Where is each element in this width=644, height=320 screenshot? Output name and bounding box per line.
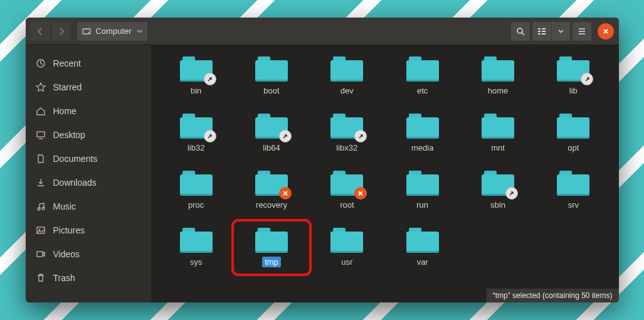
location-button[interactable]: Computer <box>77 22 147 41</box>
folder-item-media[interactable]: media <box>388 110 458 157</box>
folder-icon <box>180 114 213 139</box>
svg-rect-0 <box>83 29 90 34</box>
folder-icon <box>406 56 439 82</box>
folder-label: bin <box>188 85 204 96</box>
folder-item-libx32[interactable]: libx32 <box>312 110 382 157</box>
symlink-badge-icon <box>581 73 593 85</box>
trash-icon <box>36 273 46 283</box>
content-pane[interactable]: binbootdevetchomeliblib32lib64libx32medi… <box>151 45 619 302</box>
folder-icon <box>255 171 288 196</box>
sidebar-item-videos[interactable]: Videos <box>26 242 151 266</box>
folder-label: lib64 <box>260 142 282 153</box>
view-mode-button[interactable] <box>532 22 551 41</box>
folder-icon <box>406 228 439 253</box>
sidebar-item-desktop[interactable]: Desktop <box>26 123 151 147</box>
search-button[interactable] <box>511 22 530 41</box>
sidebar-item-trash[interactable]: Trash <box>26 266 151 290</box>
folder-label: usr <box>339 257 355 267</box>
folder-icon <box>180 171 213 196</box>
folder-icon <box>330 171 363 196</box>
svg-rect-7 <box>542 28 546 29</box>
folder-label: media <box>409 142 436 153</box>
sidebar-item-label: Downloads <box>53 178 97 188</box>
folder-item-mnt[interactable]: mnt <box>463 110 533 157</box>
no-access-badge-icon <box>354 187 367 200</box>
folder-label: libx32 <box>334 142 360 153</box>
view-options-button[interactable] <box>551 22 570 41</box>
music-icon <box>36 201 46 211</box>
recent-icon <box>36 58 46 68</box>
symlink-badge-icon <box>204 130 216 142</box>
sidebar-item-documents[interactable]: Documents <box>26 147 151 171</box>
folder-item-lib[interactable]: lib <box>538 53 608 100</box>
sidebar-item-label: Documents <box>53 154 98 164</box>
folder-icon <box>406 171 439 196</box>
close-icon <box>603 28 609 35</box>
folder-label: boot <box>261 85 282 96</box>
symlink-badge-icon <box>204 73 216 85</box>
list-view-icon <box>537 27 546 36</box>
svg-rect-9 <box>542 33 546 35</box>
sidebar-item-label: Home <box>53 106 77 116</box>
svg-rect-22 <box>37 252 43 257</box>
folder-item-sys[interactable]: sys <box>161 224 231 271</box>
folder-label: var <box>414 257 431 267</box>
chevron-down-icon <box>137 28 142 34</box>
sidebar-item-label: Recent <box>53 58 81 68</box>
folder-item-var[interactable]: var <box>388 224 458 271</box>
symlink-badge-icon <box>354 130 367 142</box>
folder-item-etc[interactable]: etc <box>388 53 458 100</box>
svg-point-18 <box>38 208 40 210</box>
folder-icon <box>406 114 439 139</box>
videos-icon <box>36 249 46 259</box>
sidebar-item-label: Music <box>53 201 77 211</box>
folder-label: sys <box>187 257 205 267</box>
folder-item-lib32[interactable]: lib32 <box>161 110 231 157</box>
folder-item-sbin[interactable]: sbin <box>463 167 533 214</box>
folder-item-recovery[interactable]: recovery <box>236 167 307 214</box>
nav-back-button[interactable] <box>31 22 50 41</box>
folder-icon <box>330 228 363 253</box>
svg-point-1 <box>88 32 89 33</box>
downloads-icon <box>36 178 46 188</box>
sidebar-item-label: Trash <box>53 273 75 283</box>
svg-rect-8 <box>542 31 546 32</box>
folder-item-opt[interactable]: opt <box>538 110 608 157</box>
sidebar-item-label: Pictures <box>53 225 85 235</box>
nav-forward-button[interactable] <box>52 22 71 41</box>
folder-label: etc <box>414 85 430 96</box>
svg-rect-4 <box>538 28 541 29</box>
desktop-icon <box>36 130 46 140</box>
sidebar: RecentStarredHomeDesktopDocumentsDownloa… <box>26 45 151 302</box>
menu-icon <box>578 27 586 36</box>
folder-item-proc[interactable]: proc <box>161 167 231 214</box>
folder-item-usr[interactable]: usr <box>312 224 382 271</box>
sidebar-item-downloads[interactable]: Downloads <box>26 171 151 195</box>
location-label: Computer <box>96 26 132 36</box>
svg-rect-6 <box>538 33 541 35</box>
sidebar-item-recent[interactable]: Recent <box>26 51 151 75</box>
folder-item-dev[interactable]: dev <box>312 53 382 100</box>
window-close-button[interactable] <box>598 23 614 40</box>
folder-item-root[interactable]: root <box>312 167 382 214</box>
hamburger-menu-button[interactable] <box>573 22 591 41</box>
folder-item-run[interactable]: run <box>388 167 458 214</box>
folder-item-srv[interactable]: srv <box>538 167 608 214</box>
svg-rect-16 <box>37 132 45 137</box>
sidebar-item-music[interactable]: Music <box>26 195 151 218</box>
sidebar-item-label: Desktop <box>53 130 85 140</box>
pictures-icon <box>36 225 46 235</box>
sidebar-item-pictures[interactable]: Pictures <box>26 218 151 242</box>
folder-item-tmp[interactable]: tmp <box>236 224 307 271</box>
sidebar-item-starred[interactable]: Starred <box>26 75 151 99</box>
window-body: RecentStarredHomeDesktopDocumentsDownloa… <box>26 45 619 302</box>
sidebar-item-home[interactable]: Home <box>26 99 151 123</box>
folder-item-bin[interactable]: bin <box>161 53 231 100</box>
folder-label: sbin <box>488 200 508 210</box>
folder-item-home[interactable]: home <box>463 53 533 100</box>
folder-grid: binbootdevetchomeliblib32lib64libx32medi… <box>161 53 609 271</box>
folder-item-lib64[interactable]: lib64 <box>236 110 307 157</box>
folder-label: dev <box>338 85 356 96</box>
svg-line-3 <box>522 33 524 35</box>
folder-item-boot[interactable]: boot <box>236 53 307 100</box>
